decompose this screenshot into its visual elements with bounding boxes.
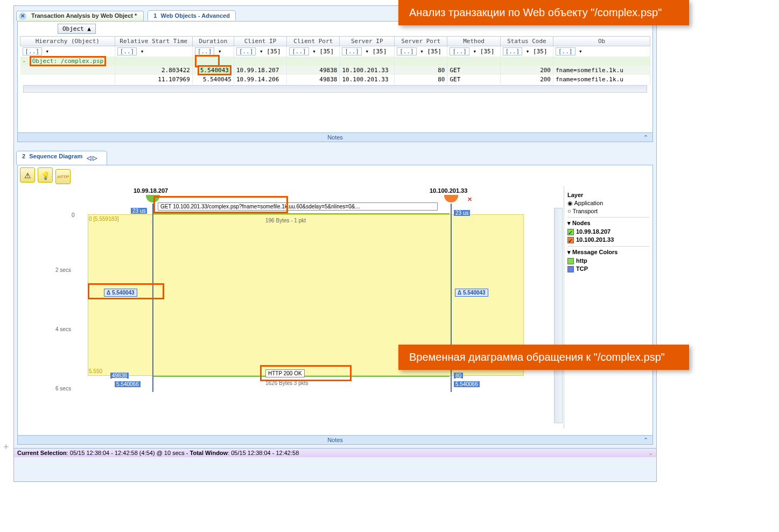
highlight-delta [88, 283, 164, 299]
col-status[interactable]: Status Code [500, 37, 553, 46]
filter-icon[interactable]: [..] [342, 47, 362, 55]
table-row[interactable]: 11.107969 5.540045 10.99.14.206 49838 10… [20, 75, 650, 84]
node2-label: 10.100.201.33 [430, 187, 467, 194]
radio-application[interactable]: ◉ Application [567, 199, 649, 207]
filter-icon[interactable]: [..] [236, 47, 256, 55]
highlight-req [153, 196, 288, 213]
radio-transport[interactable]: ○ Transport [567, 207, 649, 215]
check-node1[interactable]: ✓10.99.18.207 [567, 228, 649, 236]
chevron-up-icon[interactable]: ⌃ [643, 437, 648, 444]
v-scrollbar[interactable] [554, 208, 563, 423]
tab-sequence[interactable]: 2 Sequence Diagram ◁ ▷ [16, 151, 107, 165]
table-row[interactable]: 2.803422 5.540043 10.99.18.207 49838 10.… [20, 66, 650, 75]
col-server-port[interactable]: Server Port [395, 37, 447, 46]
check-node2[interactable]: ✓10.100.201.33 [567, 236, 649, 244]
close-node-icon[interactable]: ✕ [467, 196, 472, 203]
filter-icon[interactable]: [..] [450, 47, 469, 55]
window-title: Transaction Analysis by Web Object * [31, 12, 137, 19]
col-client-port[interactable]: Client Port [287, 37, 340, 46]
filter-icon[interactable]: [..] [195, 47, 215, 55]
node2-marker-icon [444, 195, 458, 202]
tab-web-objects[interactable]: 1 Web Objects - Advanced [148, 10, 236, 20]
time-end-1: 5.540066 [115, 381, 141, 387]
close-icon[interactable]: ✕ [19, 12, 26, 20]
plus-icon: + [3, 442, 9, 453]
filter-icon[interactable]: [..] [556, 47, 576, 55]
annotation-callout-2: Временная диаграмма обращения к "/comple… [398, 345, 689, 370]
node1-label: 10.99.18.207 [134, 187, 168, 194]
col-rst[interactable]: Relative Start Time [115, 37, 192, 46]
filter-icon[interactable]: [..] [289, 47, 309, 55]
filter-icon[interactable]: [..] [23, 47, 43, 55]
col-duration[interactable]: Duration [192, 37, 234, 46]
chevron-down-icon[interactable]: ⌄ [648, 450, 653, 457]
us-box: 23 us [131, 208, 147, 214]
status-bar: Current Selection: 05/15 12:38:04 - 12:4… [14, 448, 656, 457]
layer-sidebar: Layer ◉ Application ○ Transport ▾ Nodes … [564, 186, 652, 429]
delta-box-2: Δ 5.540043 [455, 289, 488, 297]
col-hierarchy[interactable]: Hierarchy (Object) [20, 37, 115, 46]
highlight-resp [260, 365, 352, 381]
nav-right-icon[interactable]: ▷ [93, 155, 97, 161]
bulb-tool-icon[interactable]: 💡 [38, 167, 53, 183]
chevron-up-icon[interactable]: ⌃ [643, 134, 648, 141]
filter-icon[interactable]: [..] [397, 47, 417, 55]
col-client-ip[interactable]: Client IP [234, 37, 286, 46]
table-group-row[interactable]: - Object: /complex.psp [20, 57, 650, 66]
web-objects-panel: Object ▲ Hierarchy (Object) Relative Sta… [17, 21, 653, 142]
h-scrollbar[interactable] [23, 85, 647, 93]
us-box: 23 us [454, 210, 470, 216]
port-server: 80 [454, 373, 463, 379]
window-title-tab[interactable]: ✕ Transaction Analysis by Web Object * [16, 11, 144, 21]
legend-tcp: TCP [567, 265, 649, 273]
time-end-2: 5.540066 [454, 381, 480, 387]
notes-bar-2[interactable]: Notes ⌃ [18, 435, 652, 444]
sequence-diagram[interactable]: 0 2 secs 4 secs 6 secs 0 [5.559183] 5.55… [18, 186, 564, 429]
sequence-panel: ⚠ 💡 HTTP 0 2 secs 4 secs 6 secs 0 [5.559… [17, 165, 653, 445]
col-object[interactable]: Ob [553, 37, 650, 46]
legend-http: http [567, 257, 649, 265]
filter-icon[interactable]: [..] [117, 47, 137, 55]
warning-tool-icon[interactable]: ⚠ [20, 167, 35, 183]
http-tool-icon[interactable]: HTTP [55, 169, 71, 184]
group-by-dropdown[interactable]: Object ▲ [58, 24, 96, 34]
annotation-callout-1: Анализ транзакции по Web объекту "/compl… [398, 0, 689, 25]
nav-left-icon[interactable]: ◁ [87, 155, 91, 161]
objects-table: Hierarchy (Object) Relative Start Time D… [20, 36, 650, 84]
col-server-ip[interactable]: Server IP [340, 37, 395, 46]
col-method[interactable]: Method [447, 37, 500, 46]
filter-icon[interactable]: [..] [503, 47, 523, 55]
port-client: 49838 [110, 373, 129, 379]
notes-bar[interactable]: Notes ⌃ [18, 132, 652, 142]
request-arrow [153, 213, 450, 214]
